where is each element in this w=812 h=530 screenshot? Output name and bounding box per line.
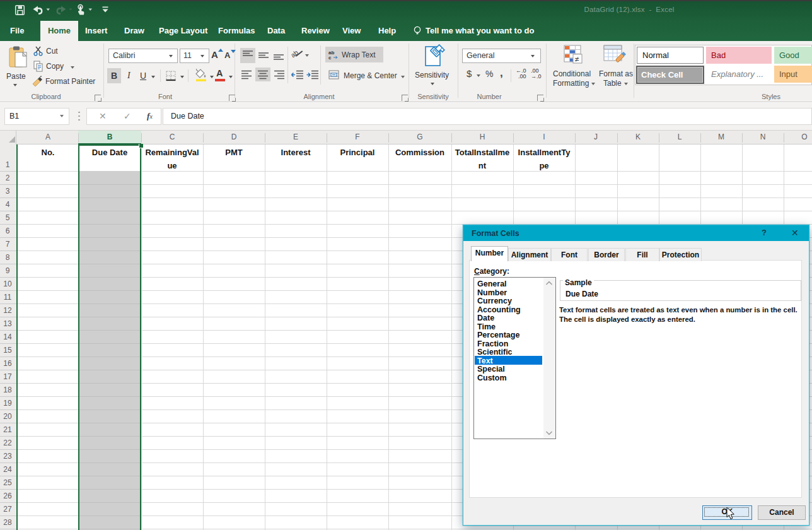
svg-text:c: c (328, 55, 332, 60)
svg-text:≠: ≠ (575, 55, 579, 64)
